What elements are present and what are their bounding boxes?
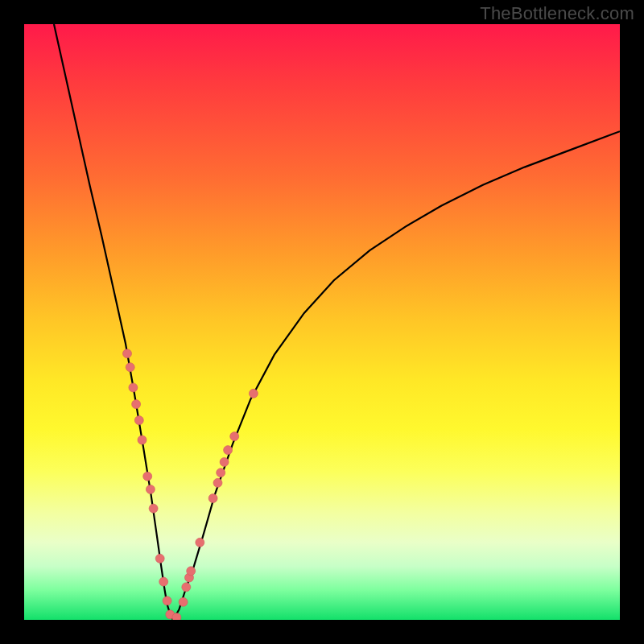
curve-marker: [155, 554, 164, 563]
curve-marker: [132, 400, 141, 409]
curve-marker: [126, 363, 134, 372]
curve-marker: [134, 416, 143, 425]
curve-marker: [196, 538, 204, 547]
curve-marker: [230, 432, 239, 441]
curve-marker: [149, 504, 158, 513]
watermark-text: TheBottleneck.com: [480, 3, 634, 24]
curve-left-branch: [54, 24, 173, 620]
curve-marker: [208, 494, 217, 503]
curve-marker: [187, 567, 196, 576]
chart-svg: [24, 24, 620, 620]
curve-marker: [249, 389, 258, 398]
curve-marker: [220, 457, 229, 466]
curve-marker: [143, 472, 152, 481]
curve-right-branch: [173, 131, 620, 620]
curve-marker: [179, 597, 188, 606]
curve-marker: [172, 613, 181, 621]
curve-marker: [159, 577, 168, 586]
curve-marker: [138, 436, 147, 444]
curve-marker: [123, 349, 132, 358]
chart-plot-area: [24, 24, 620, 620]
bottleneck-curve: [54, 24, 620, 620]
chart-frame: TheBottleneck.com: [0, 0, 644, 644]
curve-marker: [213, 478, 222, 487]
curve-markers: [123, 349, 258, 620]
curve-marker: [129, 383, 138, 392]
curve-marker: [224, 446, 233, 455]
curve-marker: [217, 469, 225, 477]
curve-marker: [146, 485, 155, 493]
curve-marker: [163, 597, 171, 605]
curve-marker: [182, 583, 191, 592]
